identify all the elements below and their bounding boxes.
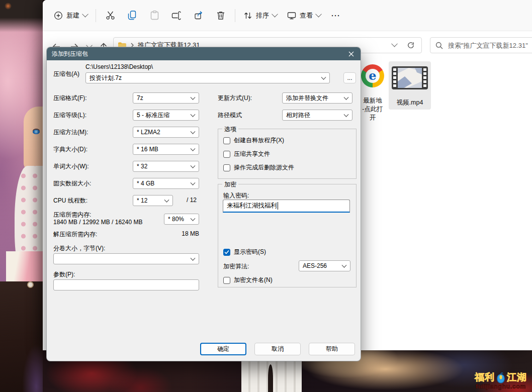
dictionary-label: 字典大小(D):	[53, 145, 87, 154]
chevron-down-icon	[191, 216, 196, 221]
video-file-icon	[392, 66, 428, 89]
word-size-combobox[interactable]: * 32	[133, 161, 199, 172]
delete-button[interactable]	[210, 6, 232, 25]
check-icon	[224, 250, 229, 254]
checkbox-label: 显示密码(S)	[234, 248, 266, 256]
new-button[interactable]: 新建	[49, 6, 93, 25]
file-item-video[interactable]: 视频.mp4	[389, 61, 431, 110]
checkbox-unchecked	[223, 277, 230, 284]
format-combobox[interactable]: 7z	[133, 92, 199, 104]
encryption-method-combobox[interactable]: AES-256	[299, 260, 350, 271]
wallpaper-face	[24, 107, 43, 172]
parameters-label: 参数(P):	[53, 270, 75, 279]
sort-button[interactable]: 排序	[238, 6, 282, 25]
rename-button[interactable]	[165, 6, 188, 25]
watermark-brand-right: 江湖	[507, 372, 527, 382]
options-groupbox: 选项 创建自释放程序(X) 压缩共享文件 操作完成后删除源文件	[218, 129, 357, 179]
toolbar-divider	[96, 9, 96, 22]
paste-icon	[150, 11, 159, 20]
video-file-name: 视频.mp4	[389, 99, 431, 107]
ok-button[interactable]: 确定	[200, 343, 246, 355]
create-sfx-checkbox[interactable]: 创建自释放程序(X)	[223, 136, 284, 145]
browse-button[interactable]: ...	[343, 72, 356, 83]
chevron-down-icon	[315, 11, 322, 17]
watermark-brand-left: 福利	[475, 372, 495, 382]
dictionary-combobox[interactable]: * 16 MB	[133, 144, 199, 155]
view-button[interactable]: 查看	[282, 6, 326, 25]
paste-button[interactable]	[143, 6, 165, 25]
compress-shared-checkbox[interactable]: 压缩共享文件	[223, 150, 270, 158]
memory-usage-detail: 1840 MB / 12992 MB / 16240 MB	[53, 219, 142, 226]
method-label: 压缩方法(M):	[53, 128, 88, 137]
wallpaper-shirt	[6, 251, 43, 283]
chevron-down-icon	[191, 146, 196, 151]
chevron-down-icon	[391, 41, 398, 47]
chevron-down-icon	[321, 75, 326, 80]
chevron-down-icon	[342, 263, 347, 268]
close-icon	[348, 51, 354, 57]
address-dropdown-button[interactable]	[388, 39, 401, 52]
refresh-button[interactable]	[404, 39, 417, 52]
cancel-button[interactable]: 取消	[254, 343, 301, 355]
archive-name-combobox[interactable]: 投资计划.7z	[85, 72, 330, 83]
browser-shortcut-icon[interactable]: e	[361, 64, 384, 87]
chevron-down-icon	[272, 11, 278, 17]
update-mode-label: 更新方式(U):	[218, 94, 252, 103]
show-password-checkbox[interactable]: 显示密码(S)	[223, 248, 266, 256]
dialog-titlebar[interactable]: 添加到压缩包	[47, 47, 361, 60]
chevron-down-icon	[191, 180, 196, 185]
password-input[interactable]: 来福利江湖找福利	[223, 200, 350, 213]
share-button[interactable]	[188, 6, 210, 25]
search-box	[430, 37, 532, 53]
checkbox-checked	[223, 249, 230, 256]
cpu-threads-combobox[interactable]: * 12	[133, 195, 173, 206]
close-button[interactable]	[342, 48, 360, 60]
encrypt-filenames-checkbox[interactable]: 加密文件名(N)	[223, 276, 273, 284]
wallpaper-left-strip	[0, 0, 43, 392]
checkbox-label: 操作完成后删除源文件	[234, 163, 294, 172]
cpu-threads-max: / 12	[187, 197, 197, 204]
volume-size-combobox[interactable]	[53, 253, 199, 264]
watermark-domain: fulijianghu.com	[475, 383, 527, 390]
view-icon	[287, 11, 296, 20]
chevron-down-icon	[82, 11, 88, 17]
archive-path: C:\Users\12138\Desktop\	[85, 63, 153, 70]
site-watermark: 福利 江湖 fulijianghu.com	[475, 371, 527, 390]
explorer-toolbar: 新建 排序 查看 ⋯	[43, 0, 532, 31]
format-label: 压缩格式(F):	[53, 94, 87, 103]
cpu-threads-label: CPU 线程数:	[53, 197, 87, 205]
chevron-down-icon	[191, 163, 196, 168]
mouse-logo-icon	[496, 371, 506, 383]
wallpaper-eye	[33, 130, 40, 134]
copy-button[interactable]	[121, 6, 143, 25]
chevron-down-icon	[344, 95, 349, 100]
cut-button[interactable]	[99, 6, 121, 25]
dialog-title: 添加到压缩包	[52, 50, 88, 58]
new-button-label: 新建	[66, 11, 79, 20]
level-combobox[interactable]: 5 - 标准压缩	[133, 110, 199, 121]
path-mode-combobox[interactable]: 相对路径	[282, 110, 352, 121]
method-combobox[interactable]: * LZMA2	[133, 127, 199, 138]
sort-arrows-icon	[243, 11, 252, 20]
text-caret	[278, 202, 278, 210]
update-mode-combobox[interactable]: 添加并替换文件	[282, 92, 352, 104]
password-label: 输入密码:	[223, 191, 249, 200]
search-input[interactable]	[447, 41, 532, 50]
help-button[interactable]: 帮助	[309, 343, 355, 355]
parameters-input[interactable]	[53, 279, 199, 290]
solid-block-combobox[interactable]: * 4 GB	[133, 178, 199, 189]
level-label: 压缩等级(L):	[53, 111, 86, 120]
checkbox-unchecked	[223, 137, 230, 144]
sort-button-label: 排序	[256, 11, 269, 20]
share-icon	[194, 11, 204, 20]
more-options-button[interactable]: ⋯	[326, 6, 345, 25]
copy-icon	[128, 11, 137, 20]
view-button-label: 查看	[300, 11, 313, 20]
ellipsis-icon: ⋯	[331, 10, 340, 21]
delete-after-checkbox[interactable]: 操作完成后删除源文件	[223, 163, 294, 172]
checkbox-unchecked	[223, 164, 230, 171]
memory-percent-combobox[interactable]: * 80%	[164, 214, 199, 225]
decompress-memory-label: 解压缩所需内存:	[53, 230, 97, 239]
checkbox-label: 加密文件名(N)	[234, 276, 273, 284]
volume-size-label: 分卷大小，字节(V):	[53, 244, 105, 253]
